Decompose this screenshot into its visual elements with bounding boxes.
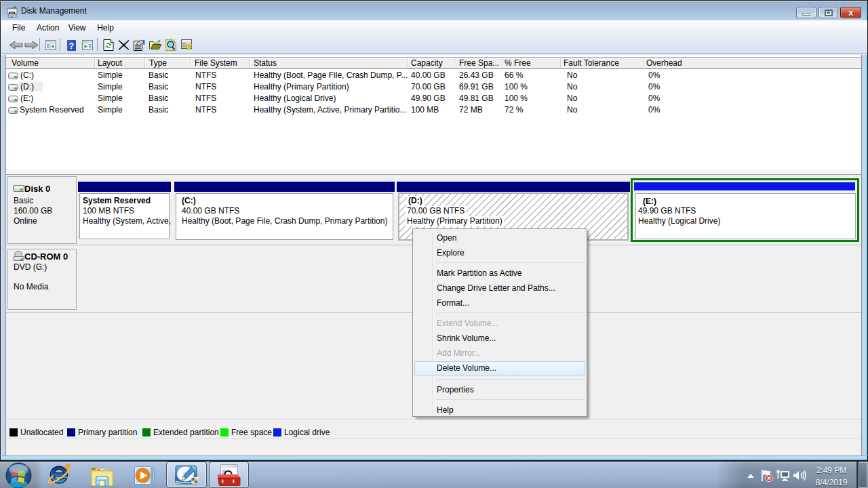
svg-text:?: ? (69, 41, 74, 51)
